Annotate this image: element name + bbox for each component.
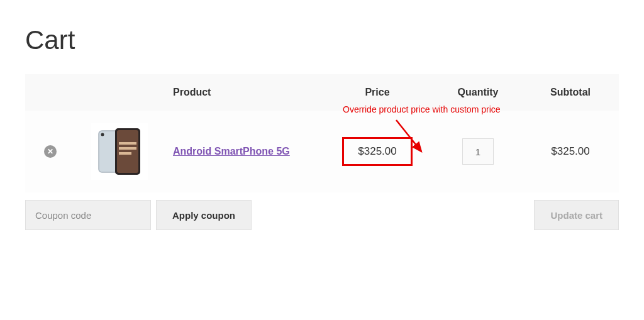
apply-coupon-button[interactable]: Apply coupon	[156, 200, 252, 230]
coupon-group: Apply coupon	[25, 200, 252, 230]
svg-point-6	[101, 133, 104, 136]
svg-rect-7	[119, 142, 136, 145]
quantity-input[interactable]	[462, 138, 494, 165]
col-header-product: Product	[164, 74, 321, 111]
page-title: Cart	[25, 25, 619, 55]
product-thumbnail[interactable]	[91, 123, 148, 180]
product-name-link[interactable]: Android SmartPhone 5G	[173, 146, 290, 157]
coupon-code-input[interactable]	[25, 200, 151, 230]
close-icon: ✕	[47, 147, 53, 156]
col-header-subtotal: Subtotal	[522, 74, 619, 111]
annotation-label: Override product price with custom price	[343, 104, 501, 114]
cart-item-row: ✕	[25, 111, 619, 192]
svg-rect-9	[119, 152, 131, 155]
svg-rect-5	[117, 130, 138, 173]
remove-item-button[interactable]: ✕	[44, 145, 57, 158]
cart-table: Product Price Quantity Subtotal ✕	[25, 74, 619, 192]
col-header-remove	[25, 74, 75, 111]
update-cart-button[interactable]: Update cart	[534, 200, 619, 230]
product-price: $325.00	[342, 137, 412, 166]
product-subtotal: $325.00	[522, 111, 619, 192]
svg-rect-8	[119, 147, 136, 150]
col-header-thumb	[75, 74, 164, 111]
cart-actions: Apply coupon Update cart	[25, 200, 619, 230]
